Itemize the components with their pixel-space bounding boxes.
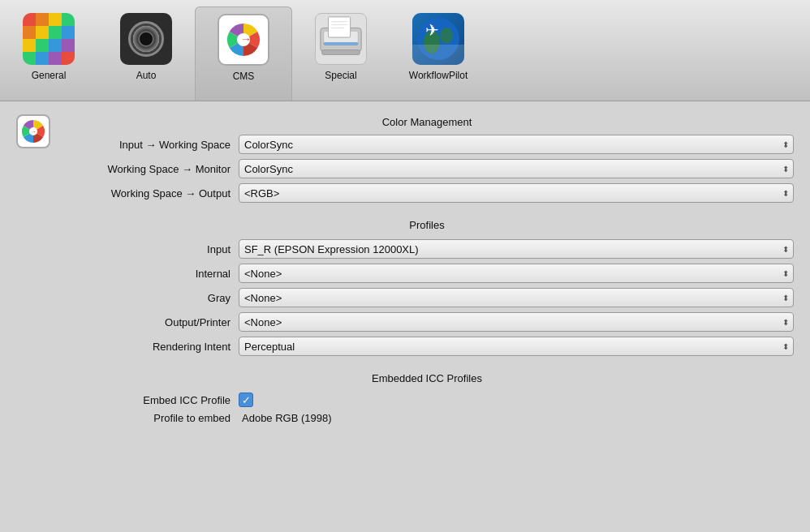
svg-text:→: →	[240, 32, 252, 45]
output-printer-row: Output/Printer <None>	[60, 312, 794, 332]
svg-text:✈: ✈	[425, 21, 439, 39]
internal-select[interactable]: <None>	[239, 264, 794, 283]
working-space-output-row: Working Space → Output <RGB>	[60, 183, 794, 203]
general-label: General	[32, 70, 67, 81]
main-panel: Color Management Input → Working Space C…	[60, 111, 794, 516]
input-profile-select[interactable]: SF_R (EPSON Expression 12000XL)	[239, 239, 794, 259]
output-printer-label: Output/Printer	[60, 316, 239, 328]
svg-text:→: →	[30, 128, 37, 135]
rendering-intent-row: Rendering Intent Perceptual	[60, 337, 794, 356]
embed-icc-row: Embed ICC Profile ✓	[60, 393, 794, 407]
workflowpilot-label: WorkflowPilot	[409, 70, 467, 81]
profiles-title: Profiles	[60, 214, 794, 238]
svg-rect-5	[329, 17, 351, 37]
embed-icc-control: ✓	[239, 393, 253, 407]
gray-control[interactable]: <None>	[239, 288, 794, 307]
gray-label: Gray	[60, 292, 239, 304]
toolbar-item-auto[interactable]: Auto	[97, 6, 195, 101]
toolbar: General Auto	[0, 0, 810, 101]
working-space-monitor-select[interactable]: ColorSync	[239, 159, 794, 178]
embed-icc-checkbox[interactable]: ✓	[239, 393, 253, 407]
rendering-intent-label: Rendering Intent	[60, 341, 239, 353]
general-icon	[23, 13, 75, 65]
input-working-space-row: Input → Working Space ColorSync	[60, 135, 794, 154]
workflowpilot-icon: ✈	[412, 13, 464, 65]
input-working-space-select[interactable]: ColorSync	[239, 135, 794, 154]
profile-to-embed-label: Profile to embed	[60, 412, 239, 424]
cms-icon: →	[218, 14, 269, 66]
working-space-monitor-row: Working Space → Monitor ColorSync	[60, 159, 794, 178]
working-space-monitor-control[interactable]: ColorSync	[239, 159, 794, 178]
auto-label: Auto	[136, 70, 157, 81]
working-space-output-label: Working Space → Output	[60, 187, 239, 200]
output-printer-select[interactable]: <None>	[239, 312, 794, 332]
input-working-space-label: Input → Working Space	[60, 139, 239, 151]
svg-rect-10	[322, 50, 360, 55]
svg-point-13	[440, 28, 453, 44]
working-space-output-select[interactable]: <RGB>	[239, 183, 794, 203]
input-profile-row: Input SF_R (EPSON Expression 12000XL)	[60, 239, 794, 259]
toolbar-item-workflowpilot[interactable]: ✈ WorkflowPilot	[390, 6, 487, 101]
embedded-icc-title: Embedded ICC Profiles	[60, 367, 794, 391]
internal-label: Internal	[60, 268, 239, 280]
input-working-space-control[interactable]: ColorSync	[239, 135, 794, 154]
special-label: Special	[325, 70, 356, 81]
toolbar-item-special[interactable]: Special	[292, 6, 390, 101]
left-panel: →	[16, 111, 50, 516]
content-area: → Color Management Input → Working Space…	[0, 101, 810, 532]
working-space-output-control[interactable]: <RGB>	[239, 183, 794, 203]
auto-icon	[120, 13, 172, 65]
embed-icc-label: Embed ICC Profile	[60, 394, 239, 406]
profile-to-embed-row: Profile to embed Adobe RGB (1998)	[60, 412, 794, 424]
input-profile-control[interactable]: SF_R (EPSON Expression 12000XL)	[239, 239, 794, 259]
working-space-monitor-label: Working Space → Monitor	[60, 163, 239, 175]
profile-to-embed-value: Adobe RGB (1998)	[239, 412, 794, 424]
toolbar-item-cms[interactable]: → CMS	[195, 6, 292, 101]
color-management-title: Color Management	[60, 111, 794, 135]
cms-small-icon: →	[16, 114, 50, 148]
rendering-intent-control[interactable]: Perceptual	[239, 337, 794, 356]
svg-rect-6	[324, 42, 359, 45]
internal-row: Internal <None>	[60, 264, 794, 283]
gray-select[interactable]: <None>	[239, 288, 794, 307]
toolbar-item-general[interactable]: General	[0, 6, 97, 101]
output-printer-control[interactable]: <None>	[239, 312, 794, 332]
cms-label: CMS	[233, 71, 255, 82]
special-icon	[315, 13, 367, 65]
internal-control[interactable]: <None>	[239, 264, 794, 283]
input-profile-label: Input	[60, 243, 239, 255]
gray-row: Gray <None>	[60, 288, 794, 307]
rendering-intent-select[interactable]: Perceptual	[239, 337, 794, 356]
